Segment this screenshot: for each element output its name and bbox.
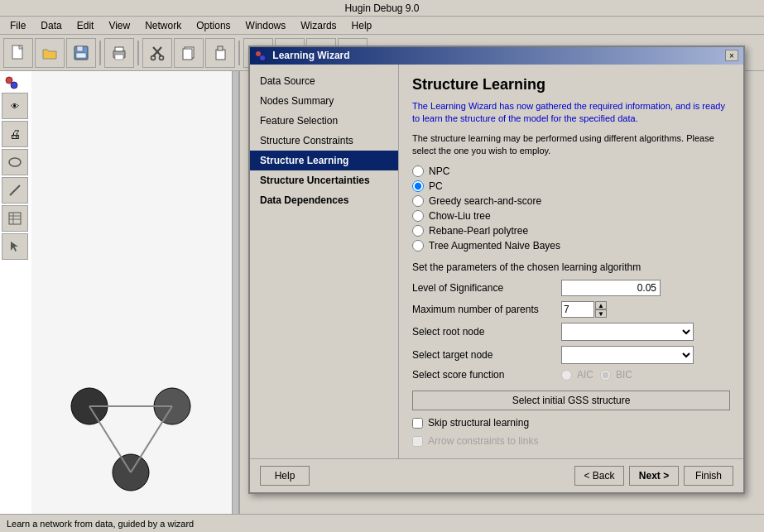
- menu-file[interactable]: File: [3, 18, 32, 33]
- svg-rect-6: [115, 55, 123, 60]
- toolbar-sep2: [137, 41, 139, 65]
- radio-chow-liu[interactable]: Chow-Liu tree: [412, 210, 730, 222]
- nav-data-source[interactable]: Data Source: [250, 71, 398, 91]
- footer-right: < Back Next > Finish: [574, 466, 733, 486]
- score-function-options: AIC BIC: [561, 369, 632, 381]
- svg-point-37: [256, 51, 261, 56]
- print-button[interactable]: [104, 38, 134, 68]
- back-button[interactable]: < Back: [574, 466, 624, 486]
- radio-pc-input[interactable]: [412, 180, 424, 192]
- dialog-footer: Help < Back Next > Finish: [250, 458, 743, 492]
- radio-pc[interactable]: PC: [412, 180, 730, 192]
- cut-button[interactable]: [142, 38, 172, 68]
- canvas-scrollbar[interactable]: [232, 71, 238, 514]
- target-node-select[interactable]: [561, 346, 694, 364]
- radio-npc-label: NPC: [429, 165, 449, 177]
- menu-data[interactable]: Data: [34, 18, 68, 33]
- radio-rebane-pearl-label: Rebane-Pearl polytree: [429, 225, 528, 237]
- new-button[interactable]: [3, 38, 33, 68]
- svg-point-23: [11, 82, 17, 89]
- status-text: Learn a network from data, guided by a w…: [7, 519, 194, 529]
- root-node-select[interactable]: [561, 323, 694, 341]
- radio-greedy-input[interactable]: [412, 195, 424, 207]
- score-bic-text: BIC: [616, 369, 632, 381]
- radio-tree-augmented[interactable]: Tree Augmented Naive Bayes: [412, 240, 730, 252]
- nav-data-dependences[interactable]: Data Dependences: [250, 190, 398, 210]
- next-button[interactable]: Next >: [629, 466, 679, 486]
- ellipse2-btn[interactable]: [2, 149, 28, 175]
- nav-structure-uncertainties[interactable]: Structure Uncertainties: [250, 170, 398, 190]
- radio-rebane-pearl-input[interactable]: [412, 225, 424, 237]
- nav-structure-constraints[interactable]: Structure Constraints: [250, 131, 398, 151]
- status-bar: Learn a network from data, guided by a w…: [0, 514, 764, 532]
- main-area: 👁 🖨: [0, 71, 764, 514]
- radio-greedy[interactable]: Greedy search-and-score: [412, 195, 730, 207]
- learning-wizard-dialog: Learning Wizard × Data Source Nodes Summ…: [248, 46, 745, 494]
- menu-wizards[interactable]: Wizards: [294, 18, 343, 33]
- max-parents-input[interactable]: [561, 301, 594, 318]
- score-aic-label[interactable]: AIC: [561, 369, 593, 381]
- svg-marker-30: [11, 242, 18, 252]
- help-button[interactable]: Help: [260, 466, 310, 486]
- table2-btn[interactable]: [2, 205, 28, 232]
- param-max-parents-label: Maximum number of parents: [412, 304, 561, 315]
- radio-npc[interactable]: NPC: [412, 165, 730, 177]
- menu-help[interactable]: Help: [345, 18, 379, 33]
- score-aic-radio[interactable]: [561, 370, 572, 381]
- open-button[interactable]: [35, 38, 65, 68]
- menu-windows[interactable]: Windows: [239, 18, 293, 33]
- nav-structure-learning[interactable]: Structure Learning: [250, 151, 398, 170]
- canvas-side-toolbar: 👁 🖨: [0, 91, 31, 261]
- menu-bar: File Data Edit View Network Options Wind…: [0, 17, 764, 35]
- select-gss-button[interactable]: Select initial GSS structure: [412, 391, 730, 410]
- spinner-up-btn[interactable]: ▲: [595, 301, 607, 309]
- svg-point-22: [6, 77, 12, 84]
- save-button[interactable]: [66, 38, 96, 68]
- spinner-down-btn[interactable]: ▼: [595, 309, 607, 318]
- param-root-node-label: Select root node: [412, 326, 561, 338]
- canvas-area: [31, 71, 238, 514]
- param-score-function-label: Select score function: [412, 369, 561, 381]
- level-significance-input[interactable]: [561, 280, 661, 296]
- title-bar: Hugin Debug 9.0: [0, 0, 764, 17]
- radio-greedy-label: Greedy search-and-score: [429, 195, 541, 207]
- paste-button[interactable]: [205, 38, 235, 68]
- radio-tree-augmented-input[interactable]: [412, 240, 424, 252]
- svg-line-35: [89, 406, 131, 472]
- info-text: The Learning Wizard has now gathered the…: [412, 100, 730, 126]
- canvas-icon: [3, 74, 20, 93]
- radio-rebane-pearl[interactable]: Rebane-Pearl polytree: [412, 225, 730, 237]
- svg-rect-3: [76, 53, 86, 58]
- arrow-constraints-row: Arrow constraints to links: [412, 435, 730, 447]
- footer-left: Help: [260, 466, 310, 486]
- score-bic-radio[interactable]: [600, 370, 611, 381]
- arrow-constraints-checkbox[interactable]: [412, 436, 423, 447]
- dialog-close-button[interactable]: ×: [725, 50, 738, 61]
- line2-btn[interactable]: [2, 177, 28, 204]
- menu-network[interactable]: Network: [138, 18, 188, 33]
- svg-line-36: [131, 406, 172, 472]
- radio-chow-liu-input[interactable]: [412, 210, 424, 222]
- menu-options[interactable]: Options: [190, 18, 237, 33]
- score-bic-label[interactable]: BIC: [600, 369, 632, 381]
- param-root-node: Select root node: [412, 323, 730, 341]
- copy-button[interactable]: [174, 38, 204, 68]
- menu-edit[interactable]: Edit: [70, 18, 101, 33]
- view-btn[interactable]: 👁: [2, 93, 28, 119]
- cursor2-btn[interactable]: [2, 233, 28, 260]
- network-graphic: [40, 340, 238, 506]
- nav-nodes-summary[interactable]: Nodes Summary: [250, 91, 398, 111]
- finish-button[interactable]: Finish: [684, 466, 733, 486]
- menu-view[interactable]: View: [102, 18, 137, 33]
- skip-structural-row: Skip structural learning: [412, 417, 730, 429]
- skip-structural-checkbox[interactable]: [412, 418, 423, 429]
- param-max-parents: Maximum number of parents ▲ ▼: [412, 301, 730, 318]
- spinner-buttons: ▲ ▼: [595, 301, 607, 318]
- arrow-constraints-label: Arrow constraints to links: [428, 435, 538, 447]
- content-panel: Structure Learning The Learning Wizard h…: [399, 65, 743, 459]
- print2-btn[interactable]: 🖨: [2, 121, 28, 147]
- radio-npc-input[interactable]: [412, 165, 424, 177]
- svg-point-38: [260, 55, 265, 60]
- svg-rect-2: [77, 46, 83, 51]
- nav-feature-selection[interactable]: Feature Selection: [250, 111, 398, 131]
